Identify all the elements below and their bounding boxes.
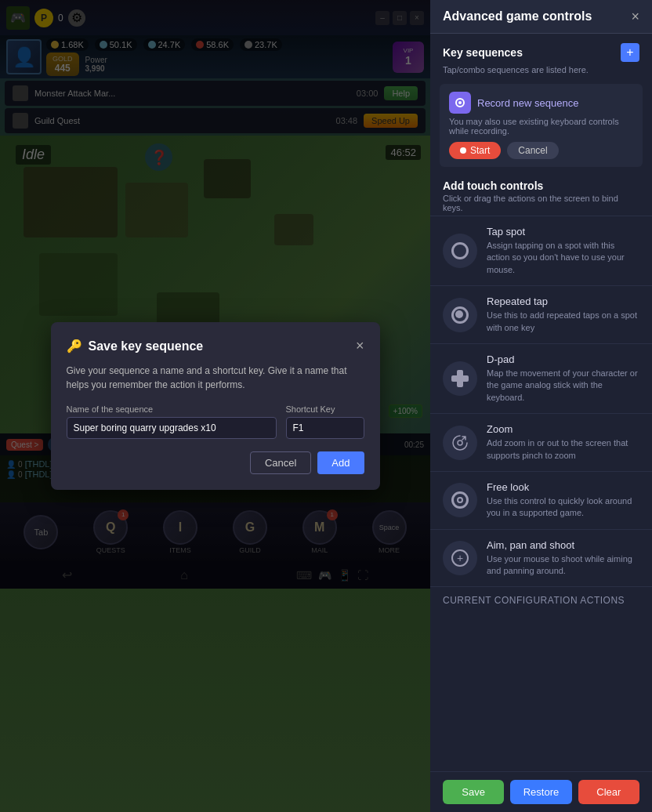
- dpad-info: D-pad Map the movement of your character…: [487, 353, 639, 404]
- modal-key-icon: 🔑: [67, 339, 82, 353]
- config-section: Current configuration actions: [430, 586, 652, 617]
- freelook-icon-wrap: [443, 483, 477, 517]
- freelook-desc: Use this control to quickly look around …: [487, 495, 639, 520]
- aim-icon: [451, 549, 469, 567]
- panel-header: Advanced game controls ×: [430, 0, 652, 34]
- repeated-tap-name: Repeated tap: [487, 295, 639, 307]
- shortcut-field-group: Shortcut Key: [286, 404, 364, 439]
- repeated-tap-icon-wrap: [443, 298, 477, 332]
- shortcut-field-label: Shortcut Key: [286, 404, 364, 414]
- name-field-group: Name of the sequence: [67, 404, 277, 439]
- record-icon: [449, 92, 471, 114]
- panel-footer: Save Restore Clear: [430, 771, 652, 812]
- modal-fields: Name of the sequence Shortcut Key: [67, 404, 364, 439]
- touch-controls-title: Add touch controls: [443, 179, 639, 192]
- tap-spot-info: Tap spot Assign tapping on a spot with t…: [487, 226, 639, 276]
- record-title: Record new sequence: [477, 97, 578, 109]
- panel-title: Advanced game controls: [443, 9, 592, 24]
- aim-info: Aim, pan and shoot Use your mouse to sho…: [487, 539, 639, 578]
- aim-desc: Use your mouse to shoot while aiming and…: [487, 553, 639, 578]
- svg-point-2: [458, 440, 462, 445]
- tap-spot-icon-wrap: [443, 234, 477, 268]
- start-label: Start: [470, 145, 490, 156]
- modal-description: Give your sequence a name and a shortcut…: [67, 364, 364, 392]
- panel-body: Key sequences + Tap/combo sequences are …: [430, 34, 652, 812]
- sequence-name-input[interactable]: [67, 417, 277, 439]
- repeated-tap-info: Repeated tap Use this to add repeated ta…: [487, 295, 639, 334]
- modal-add-button[interactable]: Add: [317, 451, 364, 474]
- touch-controls-header: Add touch controls Click or drag the act…: [430, 170, 652, 216]
- key-sequences-header: Key sequences +: [430, 34, 652, 65]
- start-recording-btn[interactable]: Start: [449, 142, 501, 159]
- zoom-item[interactable]: Zoom Add zoom in or out to the screen th…: [430, 413, 652, 471]
- record-card-header: Record new sequence: [449, 92, 633, 114]
- tap-spot-item[interactable]: Tap spot Assign tapping on a spot with t…: [430, 216, 652, 285]
- modal-cancel-button[interactable]: Cancel: [250, 451, 311, 474]
- freelook-item[interactable]: Free look Use this control to quickly lo…: [430, 471, 652, 529]
- svg-point-1: [458, 101, 462, 104]
- aim-icon-wrap: [443, 541, 477, 575]
- game-area: 🎮 P 0 ⚙ – □ × 👤 1.68K 50.1K: [0, 0, 430, 812]
- zoom-icon-wrap: [443, 426, 477, 460]
- key-sequences-title: Key sequences: [443, 46, 523, 59]
- name-field-label: Name of the sequence: [67, 404, 277, 414]
- record-buttons: Start Cancel: [449, 142, 633, 159]
- restore-button[interactable]: Restore: [510, 780, 571, 804]
- freelook-name: Free look: [487, 481, 639, 493]
- dpad-icon-wrap: [443, 361, 477, 396]
- save-button[interactable]: Save: [443, 780, 504, 804]
- aim-item[interactable]: Aim, pan and shoot Use your mouse to sho…: [430, 529, 652, 587]
- dpad-name: D-pad: [487, 353, 639, 365]
- modal-header: 🔑 Save key sequence ×: [67, 338, 364, 354]
- controls-panel: Advanced game controls × Key sequences +…: [430, 0, 652, 812]
- modal-actions: Cancel Add: [67, 451, 364, 474]
- repeated-tap-item[interactable]: Repeated tap Use this to add repeated ta…: [430, 285, 652, 343]
- modal-close-btn[interactable]: ×: [356, 338, 364, 354]
- modal-title: Save key sequence: [89, 339, 350, 353]
- tap-spot-name: Tap spot: [487, 226, 639, 237]
- tap-spot-icon: [451, 242, 469, 259]
- zoom-name: Zoom: [487, 423, 639, 435]
- zoom-icon: [449, 432, 471, 454]
- clear-button[interactable]: Clear: [578, 780, 639, 804]
- freelook-info: Free look Use this control to quickly lo…: [487, 481, 639, 520]
- zoom-desc: Add zoom in or out to the screen that su…: [487, 437, 639, 462]
- repeated-tap-desc: Use this to add repeated taps on a spot …: [487, 310, 639, 334]
- save-key-sequence-dialog: 🔑 Save key sequence × Give your sequence…: [51, 322, 380, 490]
- dpad-desc: Map the movement of your character or th…: [487, 368, 639, 404]
- record-sequence-card: Record new sequence You may also use exi…: [440, 84, 643, 167]
- repeated-tap-icon: [451, 306, 469, 324]
- cancel-recording-btn[interactable]: Cancel: [507, 142, 558, 159]
- shortcut-key-input[interactable]: [286, 417, 364, 439]
- add-sequence-btn[interactable]: +: [621, 43, 639, 62]
- panel-close-btn[interactable]: ×: [631, 9, 639, 24]
- dpad-icon: [451, 370, 469, 387]
- zoom-info: Zoom Add zoom in or out to the screen th…: [487, 423, 639, 462]
- touch-controls-desc: Click or drag the actions on the screen …: [443, 194, 639, 212]
- record-desc: You may also use existing keyboard contr…: [449, 117, 633, 136]
- tap-spot-desc: Assign tapping on a spot with this actio…: [487, 240, 639, 276]
- freelook-inner-icon: [457, 497, 463, 503]
- modal-overlay: 🔑 Save key sequence × Give your sequence…: [0, 0, 430, 812]
- dpad-item[interactable]: D-pad Map the movement of your character…: [430, 343, 652, 413]
- config-title: Current configuration actions: [443, 595, 639, 606]
- freelook-icon: [451, 491, 469, 509]
- aim-name: Aim, pan and shoot: [487, 539, 639, 551]
- key-sequences-desc: Tap/combo sequences are listed here.: [430, 65, 652, 81]
